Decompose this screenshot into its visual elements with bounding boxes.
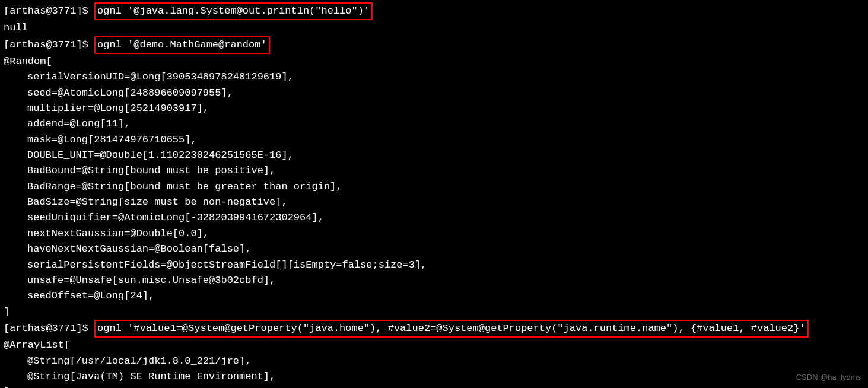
shell-prompt: [arthas@3771]$ — [4, 323, 94, 334]
shell-prompt: [arthas@3771]$ — [4, 39, 94, 50]
output-2-field: BadBound=@String[bound must be positive]… — [4, 163, 864, 179]
output-2-footer: ] — [4, 304, 864, 320]
output-2-field: nextNextGaussian=@Double[0.0], — [4, 226, 864, 241]
command-line-2[interactable]: [arthas@3771]$ ognl '@demo.MathGame@rand… — [4, 36, 864, 54]
shell-prompt: [arthas@3771]$ — [4, 5, 94, 17]
command-1: ognl '@java.lang.System@out.println("hel… — [94, 2, 373, 20]
output-2-field: haveNextNextGaussian=@Boolean[false], — [4, 241, 864, 257]
command-line-3[interactable]: [arthas@3771]$ ognl '#value1=@System@get… — [4, 320, 864, 338]
output-3-field: @String[/usr/local/jdk1.8.0_221/jre], — [4, 354, 864, 369]
command-3: ognl '#value1=@System@getProperty("java.… — [94, 320, 809, 338]
output-3-header: @ArrayList[ — [4, 338, 864, 353]
output-2-field: mask=@Long[281474976710655], — [4, 132, 864, 148]
command-line-1[interactable]: [arthas@3771]$ ognl '@java.lang.System@o… — [4, 2, 864, 20]
command-2: ognl '@demo.MathGame@random' — [94, 36, 270, 54]
output-1: null — [4, 20, 864, 36]
output-2-field: seed=@AtomicLong[248896609097955], — [4, 85, 864, 101]
output-2-field: BadSize=@String[size must be non-negativ… — [4, 195, 864, 210]
output-2-field: serialPersistentFields=@ObjectStreamFiel… — [4, 257, 864, 273]
watermark: CSDN @ha_lydms — [796, 371, 861, 383]
output-2-field: DOUBLE_UNIT=@Double[1.1102230246251565E-… — [4, 148, 864, 163]
output-2-field: serialVersionUID=@Long[39053489782401296… — [4, 69, 864, 85]
output-2-field: unsafe=@Unsafe[sun.misc.Unsafe@3b02cbfd]… — [4, 273, 864, 288]
output-3-field: @String[Java(TM) SE Runtime Environment]… — [4, 369, 864, 384]
output-2-field: seedOffset=@Long[24], — [4, 288, 864, 304]
output-2-header: @Random[ — [4, 54, 864, 69]
output-2-field: BadRange=@String[bound must be greater t… — [4, 179, 864, 195]
output-2-field: multiplier=@Long[25214903917], — [4, 101, 864, 116]
output-2-field: seedUniquifier=@AtomicLong[-328203994167… — [4, 210, 864, 225]
output-3-footer: ] — [4, 384, 864, 388]
output-2-field: addend=@Long[11], — [4, 116, 864, 132]
